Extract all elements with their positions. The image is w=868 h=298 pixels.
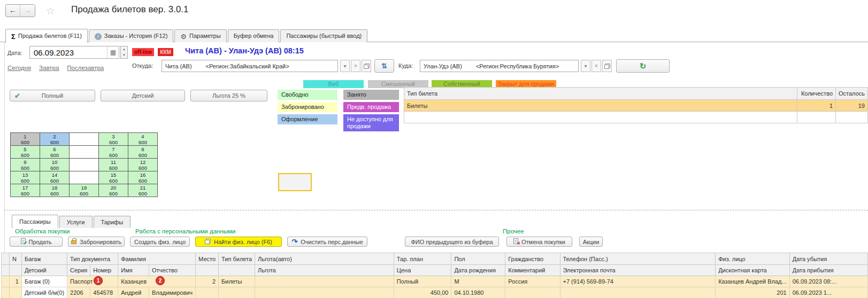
- tab-2[interactable]: iЗаказы - История (F12): [89, 29, 174, 42]
- cell[interactable]: [9, 287, 21, 298]
- seat-11[interactable]: 11600: [99, 159, 128, 171]
- column-header[interactable]: [2, 253, 10, 265]
- cell[interactable]: [196, 287, 219, 298]
- cell[interactable]: Детский б/м(0): [21, 287, 67, 298]
- back-button[interactable]: ←: [6, 5, 20, 17]
- swap-direction-button[interactable]: ⇅: [374, 59, 394, 73]
- tab-5[interactable]: Пассажиры (быстрый ввод): [280, 29, 367, 42]
- tab-4[interactable]: Буфер обмена: [228, 29, 280, 42]
- cell[interactable]: 201: [716, 287, 790, 298]
- seat-3[interactable]: 3600: [99, 133, 128, 146]
- seat-15[interactable]: 15600: [99, 171, 128, 184]
- column-header[interactable]: Дата прибытия: [789, 265, 867, 276]
- from-open-icon[interactable]: [362, 60, 371, 72]
- bottom-tab-2[interactable]: Услуги: [59, 216, 93, 228]
- focused-empty-cell[interactable]: [278, 173, 312, 191]
- action-6[interactable]: ФИО предыдущего из буфера: [405, 237, 499, 247]
- remaining-col-header[interactable]: Осталось: [836, 88, 868, 100]
- column-header[interactable]: Дата убытия: [789, 253, 867, 265]
- column-header[interactable]: Дата рождения: [451, 265, 505, 276]
- column-header[interactable]: Льгота: [255, 265, 394, 276]
- column-header[interactable]: Номер: [90, 265, 118, 276]
- seat-16[interactable]: 16600: [128, 171, 158, 184]
- column-header[interactable]: Цена: [394, 265, 451, 276]
- tab-1[interactable]: ΣПродажа билетов (F11): [5, 29, 88, 43]
- seat-10[interactable]: 10600: [40, 159, 70, 171]
- seat-7[interactable]: 7600: [99, 146, 128, 159]
- column-header[interactable]: Льгота(авто): [255, 253, 394, 265]
- cell[interactable]: 2206: [67, 287, 90, 298]
- cell[interactable]: Паспорт РФ: [67, 276, 118, 287]
- forward-button[interactable]: →: [20, 5, 35, 17]
- cell[interactable]: [2, 287, 10, 298]
- seat-18[interactable]: 18600: [40, 184, 70, 197]
- action-3[interactable]: Создать физ. лицо: [130, 237, 190, 247]
- cell[interactable]: [255, 276, 394, 287]
- quick-date-link-3[interactable]: Послезавтра: [67, 65, 104, 71]
- column-header[interactable]: Фамилия: [118, 253, 196, 265]
- from-combo[interactable]: Чита (АВ) <Регион:Забайкальский Край>: [162, 60, 338, 72]
- cell[interactable]: Владимирович: [149, 287, 196, 298]
- cell[interactable]: 04.10.1980: [451, 287, 505, 298]
- cell[interactable]: М: [451, 276, 505, 287]
- column-header[interactable]: Серия: [67, 265, 90, 276]
- column-header[interactable]: [196, 265, 219, 276]
- date-spinner[interactable]: ▲▼: [120, 46, 128, 59]
- ticket-type-name[interactable]: Билеты: [404, 100, 797, 112]
- seat-5[interactable]: 5600: [11, 146, 40, 159]
- action-2[interactable]: Забронировать: [68, 237, 125, 247]
- cell[interactable]: Андрей: [118, 287, 149, 298]
- cell[interactable]: +7 (914) 569-89-74: [560, 276, 716, 287]
- column-header[interactable]: Тар. план: [394, 253, 451, 265]
- passenger-row-line-2[interactable]: Детский б/м(0)2206454578АндрейВладимиров…: [2, 287, 868, 298]
- cell[interactable]: [2, 276, 10, 287]
- seat-13[interactable]: 13600: [11, 171, 40, 184]
- action-7[interactable]: ×Отмена покупки: [506, 237, 572, 247]
- cell[interactable]: 450,00: [394, 287, 451, 298]
- calendar-icon[interactable]: ▦: [107, 46, 119, 58]
- cell[interactable]: 1: [9, 276, 21, 287]
- ticket-type-col-header[interactable]: Тип билета: [404, 88, 797, 100]
- column-header[interactable]: Дисконтная карта: [716, 265, 790, 276]
- ticket-type-row[interactable]: Билеты 1 19: [404, 100, 868, 112]
- to-dropdown-icon[interactable]: ▾: [581, 60, 590, 72]
- cell[interactable]: Казанцев Андрей Влад...: [716, 276, 790, 287]
- column-header[interactable]: Багаж: [21, 253, 67, 265]
- column-header[interactable]: Отчество: [149, 265, 196, 276]
- ticket-type-qty[interactable]: 1: [797, 100, 836, 112]
- seat-14[interactable]: 14600: [40, 171, 70, 184]
- seat-1[interactable]: 1600: [11, 133, 40, 146]
- column-header[interactable]: Комментарий: [505, 265, 560, 276]
- seat-9[interactable]: 9600: [11, 159, 40, 171]
- seat-8[interactable]: 8600: [128, 146, 158, 159]
- refresh-button[interactable]: ↻: [616, 59, 670, 73]
- to-open-icon[interactable]: [602, 60, 612, 72]
- column-header[interactable]: N: [9, 253, 21, 265]
- column-header[interactable]: Электронная почта: [560, 265, 716, 276]
- cell[interactable]: Багаж (0): [21, 276, 67, 287]
- to-combo[interactable]: Улан-Удэ (АВ) <Регион:Республика Бурятия…: [420, 60, 579, 72]
- seat-2[interactable]: 2600: [40, 133, 70, 146]
- column-header[interactable]: Гражданство: [505, 253, 560, 265]
- column-header[interactable]: Тип билета: [219, 253, 255, 265]
- panel-splitter[interactable]: [4, 210, 868, 210]
- column-header[interactable]: [9, 265, 21, 276]
- column-header[interactable]: Телефон (Пасс.): [560, 253, 716, 265]
- cell[interactable]: 2: [196, 276, 219, 287]
- bottom-tab-3[interactable]: Тарифы: [94, 216, 131, 228]
- seat-20[interactable]: 20600: [99, 184, 128, 197]
- column-header[interactable]: [219, 265, 255, 276]
- seat-21[interactable]: 21600: [128, 184, 158, 197]
- action-8[interactable]: Акции: [579, 237, 603, 247]
- passenger-row-line-1[interactable]: 1Багаж (0)Паспорт РФКазанцев2БилетыПолны…: [2, 276, 868, 287]
- cell[interactable]: Россия: [505, 276, 560, 287]
- quantity-col-header[interactable]: Количество: [797, 88, 836, 100]
- seat-17[interactable]: 17600: [11, 184, 40, 197]
- ticket-type-remaining[interactable]: 19: [836, 100, 868, 112]
- cell[interactable]: [505, 287, 560, 298]
- cell[interactable]: [560, 287, 716, 298]
- fare-button-2[interactable]: Детский: [101, 90, 185, 101]
- cell[interactable]: 454578: [90, 287, 118, 298]
- action-4[interactable]: Найти физ. лицо (F6): [195, 237, 282, 247]
- seat-4[interactable]: 4600: [128, 133, 158, 146]
